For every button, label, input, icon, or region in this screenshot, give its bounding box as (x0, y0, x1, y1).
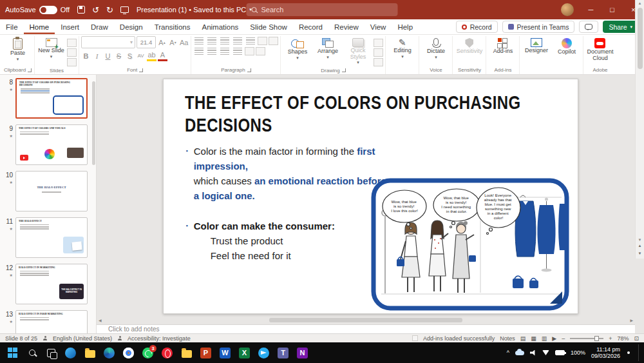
highlight-color-button[interactable]: ab (147, 50, 156, 61)
onedrive-icon[interactable] (515, 351, 524, 355)
next-slide-button[interactable]: ▼ (638, 250, 642, 257)
show-desktop-button[interactable] (638, 344, 640, 361)
align-text-icon[interactable] (269, 37, 278, 45)
addins-button[interactable]: Add-ins (488, 36, 517, 55)
slide-body-text[interactable]: ▪ Color is the main factor in forming th… (186, 144, 392, 263)
language-indicator[interactable]: English (United States) (53, 335, 112, 342)
sensitivity-button[interactable]: Sensitivity (455, 36, 484, 55)
redo-icon[interactable]: ↻ (106, 5, 113, 15)
strikethrough-button[interactable]: S (114, 50, 124, 61)
slide-illustration[interactable]: Wow, that blue is so trendy! I love this… (371, 178, 569, 311)
zoom-in-button[interactable]: + (609, 335, 612, 342)
change-case-button[interactable]: Aa (179, 37, 189, 48)
thumbnail-scrollbar[interactable] (92, 81, 95, 165)
grow-font-button[interactable]: A▴ (157, 37, 167, 48)
slide-canvas[interactable]: THE EFFECT OF COLORS ON PURCHASING DECIS… (163, 79, 578, 314)
edge-button[interactable] (100, 344, 118, 362)
copilot-button[interactable]: Copilot (552, 36, 581, 55)
align-center-icon[interactable] (207, 48, 216, 55)
section-icon[interactable] (67, 58, 77, 66)
dialog-launcher-icon[interactable] (247, 68, 251, 72)
notes-pane[interactable]: Click to add notes (97, 324, 635, 333)
shapes-button[interactable]: Shapes ▾ (283, 36, 312, 60)
autosave-switch-icon[interactable] (39, 6, 57, 14)
tab-help[interactable]: Help (392, 19, 419, 34)
character-spacing-button[interactable]: AV (136, 50, 146, 61)
vertical-scrollbar[interactable]: ▲ ▼ ▲ ▼ (635, 0, 644, 259)
telegram-button[interactable] (255, 344, 272, 362)
search-input[interactable] (261, 6, 377, 14)
slide-indicator[interactable]: Slide 8 of 25 (5, 335, 37, 342)
battery-icon[interactable] (555, 350, 565, 355)
search-bar[interactable] (247, 3, 398, 16)
taskbar-search-button[interactable] (23, 344, 41, 362)
thumbnail-slide-13[interactable]: 13★ HALO EFFECT IN FOOD MARKETING (3, 310, 91, 333)
thumbnail-slide-11[interactable]: 11★ THE HALO EFFECT (3, 217, 91, 258)
notes-toggle[interactable]: Notes (500, 335, 515, 342)
justify-icon[interactable] (233, 48, 242, 55)
wifi-icon[interactable] (542, 350, 549, 355)
scroll-left-icon[interactable]: ◀ (99, 318, 102, 322)
tab-animations[interactable]: Animations (196, 19, 244, 34)
font-name-combobox[interactable]: ▾ (81, 36, 135, 48)
tab-slide-show[interactable]: Slide Show (244, 19, 293, 34)
task-view-button[interactable] (43, 344, 60, 362)
tab-draw[interactable]: Draw (85, 19, 114, 34)
reading-view-icon[interactable]: ▥ (542, 335, 547, 342)
thumbnail-slide-9[interactable]: 9★ THE EFFECT OF COLORS AND VISUALS (3, 124, 91, 165)
tab-design[interactable]: Design (114, 19, 149, 34)
tab-review[interactable]: Review (328, 19, 365, 34)
thumbnail-slide-12[interactable]: 12★ HALO EFFECT IN MARKETING THE HALO EF… (3, 264, 91, 304)
text-shadow-button[interactable]: S (125, 50, 135, 61)
shape-outline-icon[interactable] (374, 48, 383, 57)
horizontal-scrollbar[interactable]: ◀ ▶ (97, 317, 635, 324)
quick-styles-button[interactable]: Quick Styles ▾ (343, 36, 372, 64)
slide-sorter-view-icon[interactable]: ▦ (531, 335, 536, 342)
smartart-convert-icon[interactable] (256, 47, 265, 55)
tab-home[interactable]: Home (24, 19, 55, 34)
tab-record[interactable]: Record (293, 19, 328, 34)
previous-slide-button[interactable]: ▲ (638, 242, 642, 250)
new-slide-button[interactable]: New Slide ▾ (37, 36, 66, 59)
start-button[interactable] (4, 344, 21, 362)
line-spacing-icon[interactable] (246, 37, 255, 44)
record-button[interactable]: Record (456, 21, 498, 33)
onenote-button[interactable]: N (294, 344, 311, 362)
present-in-teams-button[interactable]: Present in Teams (502, 21, 575, 33)
opera-button[interactable] (158, 344, 176, 362)
tray-expand-icon[interactable]: ^ (507, 349, 509, 356)
zoom-level[interactable]: 78% (617, 335, 629, 342)
word-button[interactable]: W (216, 344, 234, 362)
scroll-up-icon[interactable]: ▲ (638, 1, 642, 5)
shape-effects-icon[interactable] (374, 58, 383, 66)
notification-bell-icon[interactable] (627, 351, 630, 354)
shape-fill-icon[interactable] (374, 39, 383, 47)
underline-button[interactable]: U (103, 50, 113, 61)
widgets-button[interactable] (62, 344, 79, 362)
shrink-font-button[interactable]: A▾ (168, 37, 178, 48)
slideshow-icon[interactable] (120, 6, 129, 13)
autosave-toggle[interactable]: AutoSave Off (0, 6, 75, 14)
bold-button[interactable]: B (81, 50, 91, 61)
file-explorer-button[interactable] (81, 344, 99, 362)
fit-slide-icon[interactable]: ⊡ (634, 335, 639, 342)
tab-transitions[interactable]: Transitions (149, 19, 196, 34)
zoom-out-button[interactable]: – (562, 335, 565, 342)
thumbnail-slide-10[interactable]: 10★ THE HALO EFFECT (3, 171, 91, 211)
folder-button[interactable] (178, 344, 195, 362)
layout-icon[interactable] (67, 39, 77, 47)
document-cloud-button[interactable]: Document Cloud (585, 36, 614, 61)
vertical-scroll-thumb[interactable] (638, 8, 643, 69)
horizontal-scroll-thumb[interactable] (269, 318, 462, 322)
powerpoint-button[interactable]: P (197, 344, 214, 362)
paste-button[interactable]: Paste ▾ (3, 36, 32, 61)
tab-insert[interactable]: Insert (55, 19, 85, 34)
comments-button[interactable] (579, 21, 598, 33)
save-icon[interactable] (77, 6, 85, 14)
tab-file[interactable]: File (0, 19, 24, 34)
undo-icon[interactable]: ↺ (92, 5, 99, 15)
whatsapp-button[interactable]: 3 (139, 344, 156, 362)
slideshow-view-icon[interactable]: ▶ (552, 335, 556, 342)
accessibility-status[interactable]: Accessibility: Investigate (128, 335, 191, 342)
share-button[interactable]: Share ▾ (603, 21, 638, 33)
